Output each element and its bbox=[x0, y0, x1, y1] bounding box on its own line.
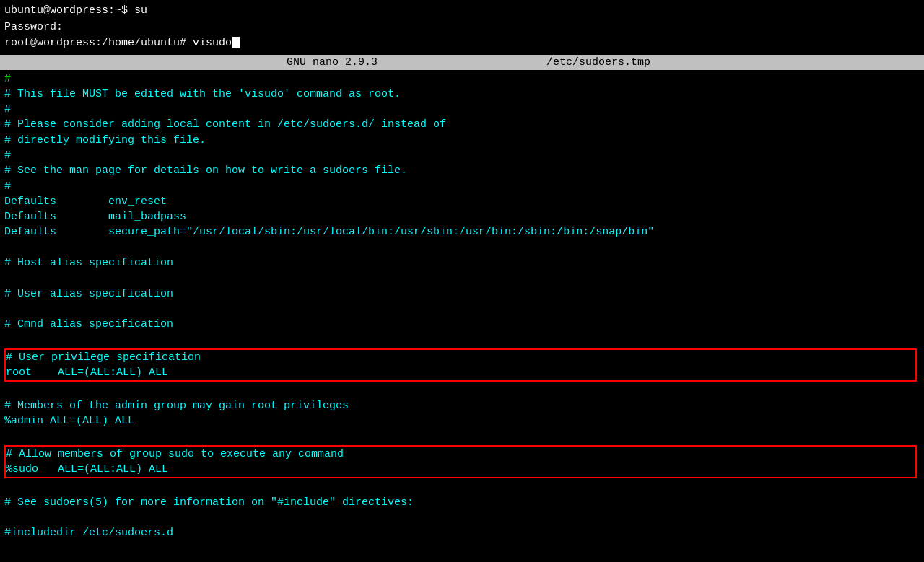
editor-line bbox=[4, 333, 920, 348]
editor-line: # directly modifying this file. bbox=[4, 133, 920, 148]
prompt-area: ubuntu@wordpress:~$ su Password: root@wo… bbox=[0, 0, 924, 55]
editor-line: # Cmnd alias specification bbox=[4, 317, 920, 332]
highlight-block-1: # User privilege specification root ALL=… bbox=[4, 348, 917, 382]
editor-line: # See sudoers(5) for more information on… bbox=[4, 495, 920, 510]
editor-line bbox=[4, 382, 920, 398]
editor-line: # bbox=[4, 102, 920, 117]
editor-line: # See the man page for details on how to… bbox=[4, 163, 920, 178]
editor-line: # Members of the admin group may gain ro… bbox=[4, 398, 920, 413]
prompt-line-3: root@wordpress:/home/ubuntu# visudo bbox=[4, 35, 920, 52]
editor-line bbox=[4, 429, 920, 444]
editor-line: # bbox=[4, 148, 920, 163]
editor-line: # bbox=[4, 71, 920, 87]
editor-line bbox=[4, 271, 920, 286]
editor-line: # bbox=[4, 179, 920, 194]
editor-area[interactable]: # # This file MUST be edited with the 'v… bbox=[0, 70, 924, 563]
nano-header: GNU nano 2.9.3 /etc/sudoers.tmp bbox=[0, 55, 924, 70]
editor-line: %admin ALL=(ALL) ALL bbox=[4, 413, 920, 429]
editor-line: # This file MUST be edited with the 'vis… bbox=[4, 87, 920, 102]
editor-line: Defaults env_reset bbox=[4, 194, 920, 209]
prompt-line-1: ubuntu@wordpress:~$ su bbox=[4, 3, 920, 19]
editor-line: Defaults mail_badpass bbox=[4, 209, 920, 224]
editor-line: %sudo ALL=(ALL:ALL) ALL bbox=[6, 462, 915, 477]
editor-line: # Allow members of group sudo to execute… bbox=[6, 447, 915, 462]
cursor-block bbox=[232, 37, 240, 48]
editor-line bbox=[4, 479, 920, 494]
editor-line: root ALL=(ALL:ALL) ALL bbox=[6, 365, 915, 380]
terminal: ubuntu@wordpress:~$ su Password: root@wo… bbox=[0, 0, 924, 562]
editor-line: #includedir /etc/sudoers.d bbox=[4, 525, 920, 540]
editor-line: Defaults secure_path="/usr/local/sbin:/u… bbox=[4, 224, 920, 240]
editor-line: # Please consider adding local content i… bbox=[4, 117, 920, 132]
editor-line: # Host alias specification bbox=[4, 255, 920, 271]
editor-line bbox=[4, 510, 920, 525]
prompt-line-2: Password: bbox=[4, 19, 920, 36]
editor-line bbox=[4, 302, 920, 317]
highlight-block-2: # Allow members of group sudo to execute… bbox=[4, 445, 917, 479]
editor-line bbox=[4, 240, 920, 255]
editor-line: # User privilege specification bbox=[6, 350, 915, 365]
editor-line: # User alias specification bbox=[4, 286, 920, 302]
